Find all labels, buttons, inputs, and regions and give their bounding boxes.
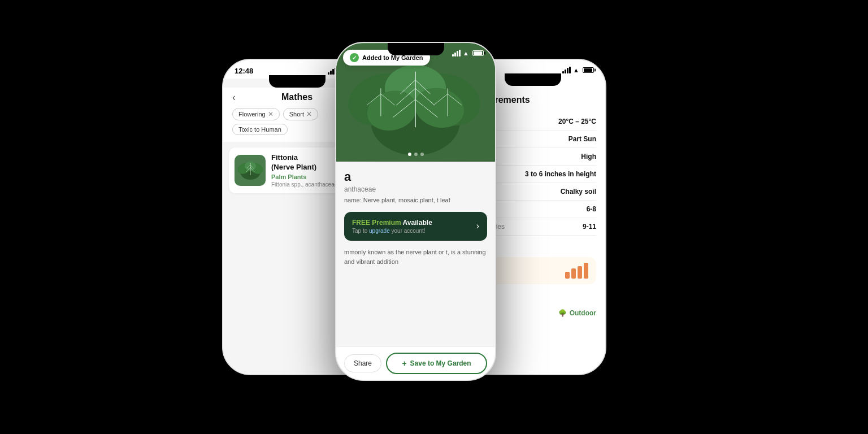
chip-toxic[interactable]: Toxic to Human	[232, 124, 288, 135]
back-button[interactable]: ‹	[232, 92, 236, 103]
plant-name: Fittonia(Nerve Plant)	[271, 153, 337, 172]
bar-2	[571, 268, 576, 279]
chip-label-toxic: Toxic to Human	[238, 126, 281, 133]
chip-short[interactable]: Short ✕	[283, 108, 318, 120]
chip-flowering[interactable]: Flowering ✕	[232, 108, 280, 120]
premium-arrow-icon: ›	[476, 221, 479, 231]
dot-1[interactable]	[408, 153, 411, 156]
premium-line1: FREE Premium Available	[352, 219, 432, 227]
plant-family: anthaceae	[344, 185, 487, 193]
chip-label-short: Short	[289, 111, 304, 118]
plant-common-names: name: Nerve plant, mosaic plant, t leaf	[344, 196, 487, 205]
phones-container: 12:48 ▲	[222, 25, 646, 409]
page-title-left: Mathes	[281, 92, 313, 102]
share-button[interactable]: Share	[344, 354, 381, 372]
time-left: 12:48	[235, 67, 253, 75]
phone-center: ▲	[335, 42, 496, 381]
req-value-size: 3 to 6 inches in height	[525, 170, 596, 178]
outdoor-text: Outdoor	[570, 309, 596, 317]
tree-icon: 🌳	[558, 309, 567, 317]
notch-left	[269, 75, 326, 88]
premium-available: Available	[403, 219, 432, 227]
signal-icon-right	[562, 67, 571, 73]
save-label: Save to My Garden	[410, 359, 471, 367]
req-value-humidity: High	[581, 153, 596, 160]
plant-thumbnail	[235, 155, 266, 186]
premium-banner[interactable]: FREE Premium Available Tap to upgrade yo…	[344, 212, 487, 241]
plus-icon: +	[402, 359, 406, 368]
status-icons-right: ▲	[562, 67, 594, 73]
req-value-soil: Chalky soil	[561, 188, 596, 196]
center-content: a anthaceae name: Nerve plant, mosaic pl…	[336, 162, 495, 346]
plant-info: Fittonia(Nerve Plant) Palm Plants Fitton…	[271, 153, 337, 188]
plant-name-large: a	[344, 170, 487, 184]
dot-2[interactable]	[414, 153, 418, 156]
bar-4	[584, 263, 588, 279]
chip-x-short[interactable]: ✕	[306, 110, 312, 118]
req-value-ph: 6-8	[587, 205, 596, 213]
plant-scientific: Fittonia spp., acanthaceae	[271, 181, 337, 188]
plant-image: ✓ Added to My Garden	[336, 43, 495, 162]
premium-highlight: FREE Premium	[352, 219, 401, 227]
dot-3[interactable]	[420, 153, 424, 156]
chip-label-flowering: Flowering	[238, 111, 266, 118]
req-value-zones: 9-11	[583, 223, 596, 231]
premium-text: FREE Premium Available Tap to upgrade yo…	[352, 219, 432, 234]
plant-category: Palm Plants	[271, 173, 337, 180]
bar-1	[565, 272, 570, 279]
plant-description: mmonly known as the nerve plant or t, is…	[344, 248, 487, 267]
bar-chart	[565, 263, 588, 279]
notch-right	[505, 73, 561, 86]
outdoor-value: 🌳 Outdoor	[558, 309, 596, 317]
upgrade-link: upgrade	[369, 228, 390, 234]
wifi-icon-right: ▲	[573, 67, 579, 73]
notch-center	[388, 43, 444, 55]
bottom-actions: Share + Save to My Garden	[336, 346, 495, 380]
chip-x-flowering[interactable]: ✕	[268, 110, 274, 118]
req-value-temperature: 20°C – 25°C	[558, 118, 596, 125]
image-dots	[408, 153, 424, 156]
bar-3	[578, 266, 582, 279]
premium-line2: Tap to upgrade your account!	[352, 228, 432, 234]
req-value-lighting: Part Sun	[568, 135, 596, 143]
battery-icon-right	[583, 67, 594, 73]
save-button[interactable]: + Save to My Garden	[386, 353, 487, 374]
